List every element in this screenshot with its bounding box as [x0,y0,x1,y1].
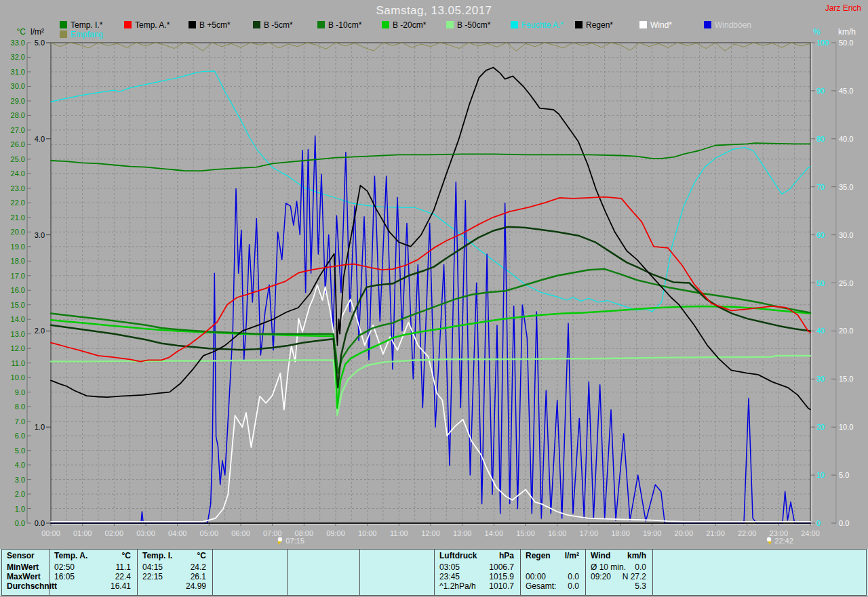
table-cell-label: 22:15 [142,572,163,581]
table-header: Regenl/m² [520,551,585,560]
x-axis-tick-label: 24:00 [797,529,824,537]
legend-label: B -5cm* [264,20,293,30]
x-axis-tick-label: 02:00 [100,529,127,537]
humidity-tick-label: 80 [816,135,837,143]
temp-tick-label: 2.0 [0,490,25,498]
x-axis-tick-label: 03:00 [132,529,159,537]
x-axis-tick-label: 10:00 [354,529,381,537]
x-axis-tick-label: 21:00 [702,529,729,537]
temp-tick-label: 24.0 [0,169,25,178]
unit-label-humidity: % [813,28,821,37]
temp-tick-label: 6.0 [0,432,25,440]
legend-swatch-icon [253,21,260,28]
legend-label: Empfang [71,30,103,39]
temp-tick-label: 26.0 [0,140,25,148]
legend-swatch-icon [317,21,325,28]
legend-label: Wind* [650,20,672,30]
rain-tick-label: 3.0 [27,231,45,239]
x-axis-tick-label: 01:00 [69,529,96,537]
table-cell-label: ^1.2hPa/h [439,581,476,591]
humidity-tick-label: 70 [816,183,837,191]
temp-tick-label: 30.0 [0,82,25,90]
wind-tick-label: 45.0 [839,87,862,95]
wind-tick-label: 0.0 [839,519,862,527]
table-cell-value: 0.0 [635,562,646,572]
legend-label: Regen* [586,20,613,30]
sunrise-marker: 07:15 [276,537,304,546]
table-cell: Ø 10 min.0.0 [585,562,652,572]
x-axis-tick-label: 00:00 [37,529,64,537]
legend-item-b-20cm-: B -20cm* [382,21,426,30]
table-cell: 23:451015.9 [434,572,520,581]
table-header-value: °C [197,551,206,560]
temp-tick-label: 25.0 [0,155,25,163]
temp-tick-label: 1.0 [0,505,25,513]
x-axis-tick-label: 18:00 [607,529,634,537]
x-axis-tick-label: 12:00 [417,529,444,537]
temp-tick-label: 23.0 [0,184,25,192]
legend-item-b-5cm-: B +5cm* [189,21,231,30]
temp-tick-label: 27.0 [0,126,25,134]
table-cell-label: 16:05 [54,572,75,581]
temp-tick-label: 29.0 [0,97,25,105]
unit-label-rain: l/m² [31,28,44,37]
weather-chart-screen: Samstag, 13.05.2017 Jarz Erich °C l/m² %… [0,0,868,597]
table-cell-value: 24.2 [191,562,206,572]
humidity-tick-label: 30 [816,375,837,383]
table-cell: 09:20N 27.2 [585,572,652,581]
legend-swatch-icon [382,21,389,28]
legend-item-regen-: Regen* [575,21,613,30]
table-cell: 03:051006.7 [434,562,520,572]
temp-tick-label: 0.0 [0,519,25,527]
chart-plot-area [0,0,868,597]
legend-label: B -50cm* [457,20,490,30]
legend-label: Temp. I.* [71,20,102,30]
table-cell-value: N 27.2 [623,572,646,581]
temp-tick-label: 19.0 [0,243,25,251]
sunset-marker: 22:42 [765,537,793,546]
temp-tick-label: 7.0 [0,417,25,426]
table-cell-value: 1006.7 [489,562,514,572]
temp-tick-label: 5.0 [0,447,25,455]
table-header-label: Wind [591,551,610,560]
legend-label: B +5cm* [199,20,231,30]
temp-tick-label: 12.0 [0,344,25,352]
stats-table: SensorMinWertMaxWertDurchschnittTemp. A.… [0,549,868,596]
rain-tick-label: 1.0 [27,423,45,431]
rain-tick-label: 0.0 [27,519,45,527]
legend-swatch-icon [124,21,132,28]
temp-tick-label: 3.0 [0,476,25,484]
humidity-tick-label: 100 [816,39,837,47]
table-cell: 24.99 [137,581,212,591]
table-row-label-label: MaxWert [7,572,41,581]
x-axis-tick-label: 19:00 [639,529,666,537]
rain-tick-label: 5.0 [27,39,45,47]
table-row-label: Sensor [1,551,49,560]
legend-label: Temp. A.* [135,20,170,30]
x-axis-tick-label: 16:00 [544,529,571,537]
table-header-label: Temp. I. [142,551,172,560]
wind-tick-label: 5.0 [839,471,862,479]
table-cell-label: 02:50 [54,562,75,572]
x-axis-tick-label: 17:00 [575,529,602,537]
table-header: Temp. I.°C [137,551,212,560]
table-header: LuftdruckhPa [434,551,520,560]
table-cell-value: 1015.9 [489,572,514,581]
wind-tick-label: 10.0 [839,423,862,431]
legend-label: Windböen [715,20,751,30]
legend-item-empfang: Empfang [60,30,103,39]
legend-swatch-icon [575,21,583,28]
wind-tick-label: 15.0 [839,375,862,383]
table-cell-value: 11.1 [116,562,131,572]
table-row-label: MaxWert [1,572,49,581]
legend-label: B -10cm* [328,20,361,30]
table-cell: 16:0522.4 [49,572,137,581]
temp-tick-label: 28.0 [0,111,25,119]
legend-item-feuchte-a-: Feuchte A.* [511,21,564,30]
sunrise-time: 07:15 [285,537,304,545]
table-row-label: Durchschnitt [1,581,49,591]
sunrise-icon [276,537,284,545]
table-cell-value: 26.1 [191,572,206,581]
table-cell-label: Ø 10 min. [591,562,626,572]
temp-tick-label: 8.0 [0,403,25,411]
